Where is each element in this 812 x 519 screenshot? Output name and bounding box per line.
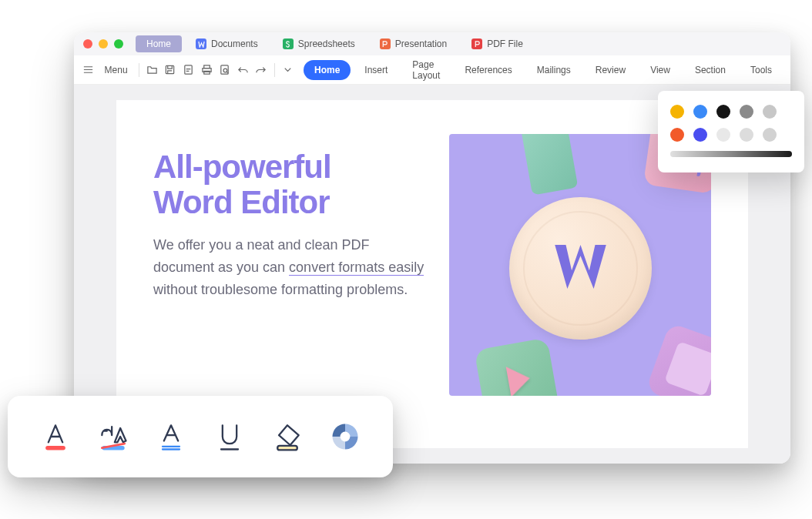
document-text-column: All-powerful Word Editor We offer you a … xyxy=(153,134,431,414)
hamburger-icon[interactable] xyxy=(82,62,96,78)
app-tab-label: PDF File xyxy=(487,39,523,49)
color-row-2 xyxy=(670,128,792,142)
undo-icon[interactable] xyxy=(236,62,250,78)
app-tab-label: Home xyxy=(146,39,171,49)
documents-icon xyxy=(196,39,206,49)
ribbon-tab-mailings[interactable]: Mailings xyxy=(526,60,582,80)
svg-rect-4 xyxy=(203,71,210,74)
gradient-slider[interactable] xyxy=(670,151,792,157)
print-preview-icon[interactable] xyxy=(218,62,232,78)
app-tab-spreadsheets[interactable]: Spreedsheets xyxy=(272,35,366,52)
play-shape-icon xyxy=(474,337,559,396)
body-post: without troublesome formatting problems. xyxy=(153,282,408,297)
app-tab-home[interactable]: Home xyxy=(136,35,182,52)
titlebar: Home Documents Spreedsheets Presentation… xyxy=(74,32,790,55)
ribbon-tab-page-layout[interactable]: Page Layout xyxy=(401,55,451,85)
ribbon-tab-tools[interactable]: Tools xyxy=(740,60,783,80)
text-outline-button[interactable] xyxy=(149,415,193,458)
save-icon[interactable] xyxy=(163,62,177,78)
color-swatch[interactable] xyxy=(716,105,730,119)
shapes-button[interactable] xyxy=(324,415,367,458)
color-swatch[interactable] xyxy=(740,128,753,142)
eraser-button[interactable] xyxy=(266,415,309,458)
document-image-column xyxy=(449,134,711,414)
app-tabs: Home Documents Spreedsheets Presentation… xyxy=(136,35,534,52)
dropdown-icon[interactable] xyxy=(280,62,294,78)
title-line1: All-powerful xyxy=(153,149,331,185)
color-swatch[interactable] xyxy=(670,128,684,142)
color-swatch[interactable] xyxy=(693,128,707,142)
ribbon-tab-insert[interactable]: Insert xyxy=(354,60,398,80)
ribbon-tab-home[interactable]: Home xyxy=(304,60,351,80)
app-tab-label: Presentation xyxy=(395,39,447,49)
window-close-icon[interactable] xyxy=(83,39,92,49)
app-tab-label: Documents xyxy=(211,39,258,49)
color-swatch[interactable] xyxy=(763,128,777,142)
underline-button[interactable] xyxy=(208,415,251,458)
window-minimize-icon[interactable] xyxy=(99,39,108,49)
svg-rect-0 xyxy=(166,65,174,73)
open-folder-icon[interactable] xyxy=(145,62,159,78)
toolbar: Menu Home Insert Page Layout References … xyxy=(74,55,790,85)
redo-icon[interactable] xyxy=(254,62,268,78)
divider xyxy=(274,63,275,77)
body-underlined: convert formats easily xyxy=(289,260,424,276)
color-swatch[interactable] xyxy=(740,105,753,119)
color-swatch[interactable] xyxy=(670,105,684,119)
highlighter-button[interactable] xyxy=(92,415,135,458)
app-tab-documents[interactable]: Documents xyxy=(185,35,269,52)
ribbon-tab-section[interactable]: Section xyxy=(684,60,737,80)
document-title: All-powerful Word Editor xyxy=(153,149,431,220)
print-icon[interactable] xyxy=(200,62,213,78)
text-color-button[interactable] xyxy=(34,415,77,458)
color-row-1 xyxy=(670,105,792,119)
ribbon-tab-review[interactable]: Review xyxy=(585,60,636,80)
color-picker-panel xyxy=(658,91,804,172)
document-body: We offer you a neat and clean PDF docume… xyxy=(153,234,431,300)
ribbon-shape-icon xyxy=(521,134,579,196)
spreadsheets-icon xyxy=(283,39,294,49)
app-tab-label: Spreedsheets xyxy=(298,39,355,49)
svg-rect-1 xyxy=(185,65,192,74)
color-swatch[interactable] xyxy=(693,105,707,119)
app-tab-presentation[interactable]: Presentation xyxy=(369,35,458,52)
svg-rect-9 xyxy=(277,446,297,450)
window-maximize-icon[interactable] xyxy=(114,39,123,49)
ribbon-tab-view[interactable]: View xyxy=(639,60,681,80)
svg-rect-7 xyxy=(45,446,65,450)
ribbon-tabs: Home Insert Page Layout References Maili… xyxy=(304,55,783,85)
presentation-icon xyxy=(380,39,391,49)
wps-logo-icon xyxy=(544,230,617,306)
divider xyxy=(139,63,139,77)
svg-point-6 xyxy=(223,69,227,72)
title-line2: Word Editor xyxy=(153,184,330,220)
app-tab-pdf[interactable]: PDF File xyxy=(461,35,534,52)
color-swatch[interactable] xyxy=(716,128,730,142)
image-shape-icon xyxy=(646,323,711,396)
color-swatch[interactable] xyxy=(763,105,777,119)
hero-image[interactable] xyxy=(449,134,711,396)
format-toolbar xyxy=(8,396,393,477)
menu-button[interactable]: Menu xyxy=(100,65,133,75)
ribbon-tab-references[interactable]: References xyxy=(454,60,522,80)
logo-coin-icon xyxy=(509,197,652,340)
svg-point-10 xyxy=(341,432,351,442)
export-pdf-icon[interactable] xyxy=(182,62,196,78)
pdf-icon xyxy=(471,39,482,49)
